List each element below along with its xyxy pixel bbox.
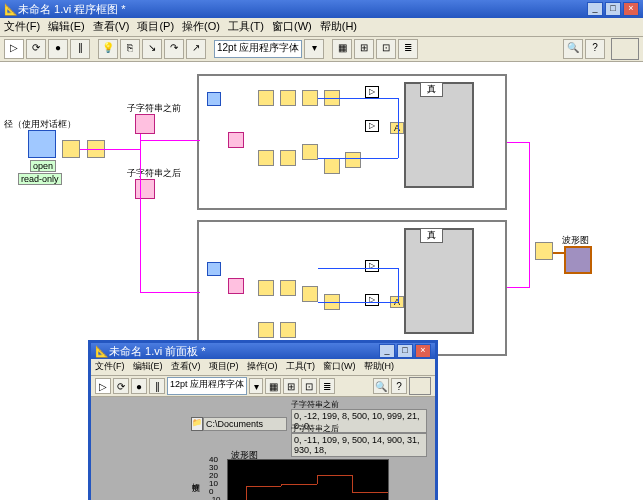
fn-node-b5[interactable] <box>258 322 274 338</box>
sub-titlebar[interactable]: 📐 未命名 1.vi 前面板 * _ □ × <box>91 343 435 359</box>
wire <box>529 142 530 252</box>
maximize-button[interactable]: □ <box>605 2 621 16</box>
sub-distribute-button[interactable]: ⊞ <box>283 378 299 394</box>
menu-help[interactable]: 帮助(H) <box>320 19 357 35</box>
menu-operate[interactable]: 操作(O) <box>182 19 220 35</box>
case-structure-bottom[interactable]: 真 <box>404 228 474 334</box>
waveform-graph[interactable] <box>227 459 389 500</box>
help-button[interactable]: ? <box>585 39 605 59</box>
main-title: 未命名 1.vi 程序框图 * <box>18 2 585 17</box>
compare-node-b2[interactable]: ▷ <box>365 294 379 306</box>
retain-button[interactable]: ⎘ <box>120 39 140 59</box>
case-selector-top[interactable]: 真 <box>420 82 443 97</box>
wire <box>507 142 529 143</box>
case-structure-top[interactable]: 真 <box>404 82 474 188</box>
fn-node-6[interactable] <box>280 150 296 166</box>
path-control-node[interactable] <box>28 130 56 158</box>
font-dropdown-icon[interactable]: ▾ <box>304 39 324 59</box>
fn-node-5[interactable] <box>258 150 274 166</box>
sub-menu-file[interactable]: 文件(F) <box>95 360 125 374</box>
sub-abort-button[interactable]: ● <box>131 378 147 394</box>
vi-icon[interactable] <box>611 38 639 60</box>
sub-search-button[interactable]: 🔍 <box>373 378 389 394</box>
string-node[interactable] <box>228 132 244 148</box>
menu-file[interactable]: 文件(F) <box>4 19 40 35</box>
sub-vi-icon[interactable] <box>409 377 431 395</box>
string-node-b[interactable] <box>228 278 244 294</box>
open-constant[interactable]: open <box>30 160 56 172</box>
menu-window[interactable]: 窗口(W) <box>272 19 312 35</box>
sub-pause-button[interactable]: ‖ <box>149 378 165 394</box>
fn-node-b1[interactable] <box>258 280 274 296</box>
sub-align-button[interactable]: ▦ <box>265 378 281 394</box>
fn-node-b3[interactable] <box>302 286 318 302</box>
fn-node-9[interactable] <box>345 152 361 168</box>
menu-view[interactable]: 查看(V) <box>93 19 130 35</box>
path-browse-button[interactable]: 📁 <box>191 417 203 431</box>
string-after-node[interactable] <box>135 179 155 199</box>
sub-menu-operate[interactable]: 操作(O) <box>247 360 278 374</box>
sub-run-continuous-button[interactable]: ⟳ <box>113 378 129 394</box>
close-button[interactable]: × <box>623 2 639 16</box>
search-button[interactable]: 🔍 <box>563 39 583 59</box>
reorder-button[interactable]: ≣ <box>398 39 418 59</box>
compare-node-2[interactable]: ▷ <box>365 120 379 132</box>
minimize-button[interactable]: _ <box>587 2 603 16</box>
a-node-1[interactable]: A <box>390 122 404 134</box>
compare-node-b1[interactable]: ▷ <box>365 260 379 272</box>
run-continuous-button[interactable]: ⟳ <box>26 39 46 59</box>
sub-help-button[interactable]: ? <box>391 378 407 394</box>
after-string-value[interactable]: 0, -11, 109, 9, 500, 14, 900, 31, 930, 1… <box>291 433 427 457</box>
abort-button[interactable]: ● <box>48 39 68 59</box>
fn-node-2[interactable] <box>280 90 296 106</box>
sub-menubar: 文件(F) 编辑(E) 查看(V) 项目(P) 操作(O) 工具(T) 窗口(W… <box>91 359 435 376</box>
readonly-constant[interactable]: read-only <box>18 173 62 185</box>
fn-node-1[interactable] <box>258 90 274 106</box>
pause-button[interactable]: ‖ <box>70 39 90 59</box>
compare-node-1[interactable]: ▷ <box>365 86 379 98</box>
distribute-button[interactable]: ⊞ <box>354 39 374 59</box>
menu-edit[interactable]: 编辑(E) <box>48 19 85 35</box>
tunnel-node-b[interactable] <box>207 262 221 276</box>
front-panel-window[interactable]: 📐 未命名 1.vi 前面板 * _ □ × 文件(F) 编辑(E) 查看(V)… <box>88 340 438 500</box>
sub-menu-project[interactable]: 项目(P) <box>209 360 239 374</box>
fn-node-3[interactable] <box>302 90 318 106</box>
build-array-node[interactable] <box>535 242 553 260</box>
waveform-indicator-node[interactable] <box>564 246 592 274</box>
sub-font-dropdown-icon[interactable]: ▾ <box>249 378 263 394</box>
sub-menu-window[interactable]: 窗口(W) <box>323 360 356 374</box>
align-button[interactable]: ▦ <box>332 39 352 59</box>
sub-resize-button[interactable]: ⊡ <box>301 378 317 394</box>
wire <box>140 182 141 292</box>
case-selector-bottom[interactable]: 真 <box>420 228 443 243</box>
block-diagram-canvas[interactable]: 径（使用对话框） open read-only 子字符串之前 子字符串之后 真 … <box>0 62 643 500</box>
step-into-button[interactable]: ↘ <box>142 39 162 59</box>
sub-reorder-button[interactable]: ≣ <box>319 378 335 394</box>
run-button[interactable]: ▷ <box>4 39 24 59</box>
sub-font-selector[interactable]: 12pt 应用程序字体 <box>167 377 247 395</box>
fn-node-7[interactable] <box>302 144 318 160</box>
sub-menu-view[interactable]: 查看(V) <box>171 360 201 374</box>
front-panel-canvas[interactable]: 子字符串之前 0, -12, 199, 8, 500, 10, 999, 21,… <box>91 397 435 500</box>
fn-node-b2[interactable] <box>280 280 296 296</box>
sub-menu-edit[interactable]: 编辑(E) <box>133 360 163 374</box>
sub-menu-tools[interactable]: 工具(T) <box>286 360 316 374</box>
tunnel-node[interactable] <box>207 92 221 106</box>
sub-minimize-button[interactable]: _ <box>379 344 395 358</box>
string-before-node[interactable] <box>135 114 155 134</box>
file-open-node[interactable] <box>62 140 80 158</box>
step-out-button[interactable]: ↗ <box>186 39 206 59</box>
step-over-button[interactable]: ↷ <box>164 39 184 59</box>
path-value[interactable]: C:\Documents <box>203 417 287 431</box>
font-selector[interactable]: 12pt 应用程序字体 <box>214 40 302 58</box>
fn-node-b6[interactable] <box>280 322 296 338</box>
sub-menu-help[interactable]: 帮助(H) <box>364 360 395 374</box>
sub-maximize-button[interactable]: □ <box>397 344 413 358</box>
sub-run-button[interactable]: ▷ <box>95 378 111 394</box>
resize-button[interactable]: ⊡ <box>376 39 396 59</box>
highlight-button[interactable]: 💡 <box>98 39 118 59</box>
fn-node-8[interactable] <box>324 158 340 174</box>
menu-project[interactable]: 项目(P) <box>137 19 174 35</box>
menu-tools[interactable]: 工具(T) <box>228 19 264 35</box>
sub-close-button[interactable]: × <box>415 344 431 358</box>
